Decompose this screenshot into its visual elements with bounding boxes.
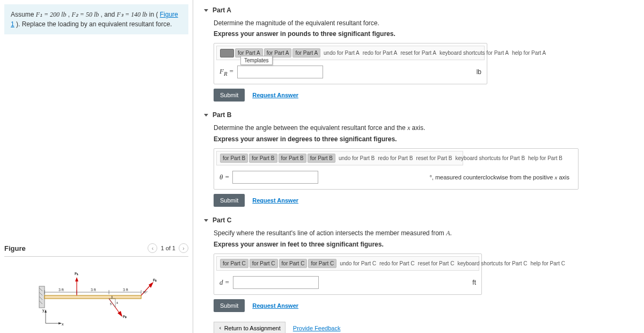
- part-b-request[interactable]: Request Answer: [252, 197, 298, 204]
- f2-val: F₂ = 50 lb: [71, 11, 99, 18]
- part-a-ks[interactable]: keyboard shortcuts for Part A: [440, 50, 509, 56]
- part-c-unit: ft: [472, 279, 476, 286]
- svg-text:3 ft: 3 ft: [91, 288, 96, 292]
- part-a-redo[interactable]: redo for Part A: [363, 50, 397, 56]
- part-a-tb-b3[interactable]: for Part A: [292, 48, 320, 57]
- figure-pager: ‹ 1 of 1 ›: [148, 243, 188, 253]
- part-c: Part C Specify where the resultant's lin…: [204, 216, 633, 312]
- part-a-help[interactable]: help for Part A: [512, 50, 546, 56]
- svg-marker-17: [75, 277, 78, 281]
- part-b-symbol: θ =: [219, 173, 229, 182]
- svg-text:F₁: F₁: [75, 272, 78, 276]
- problem-text-post: ). Replace the loading by an equivalent …: [16, 20, 172, 28]
- provide-feedback-link[interactable]: Provide Feedback: [293, 325, 341, 331]
- sep3: in (: [149, 11, 158, 18]
- svg-text:y: y: [42, 308, 45, 313]
- part-b-tb-b3[interactable]: for Part B: [279, 154, 306, 163]
- part-a-prompt: Determine the magnitude of the equivalen…: [214, 19, 633, 27]
- svg-text:30°: 30°: [143, 291, 148, 294]
- part-a-submit[interactable]: Submit: [214, 89, 245, 102]
- part-c-title: Part C: [213, 216, 231, 224]
- figure-next-button[interactable]: ›: [179, 243, 188, 253]
- figure-header: Figure ‹ 1 of 1 ›: [4, 240, 188, 257]
- figure-image: 3 ft 3 ft 3 ft F₁ F₂ 30° F₃: [4, 262, 188, 329]
- part-b-tb-b4[interactable]: for Part B: [308, 154, 335, 163]
- part-c-request[interactable]: Request Answer: [252, 302, 298, 309]
- beam-diagram-svg: 3 ft 3 ft 3 ft F₁ F₂ 30° F₃: [35, 267, 158, 327]
- svg-text:F₂: F₂: [153, 278, 157, 282]
- part-b-tb-b2[interactable]: for Part B: [249, 154, 277, 163]
- part-b-ks[interactable]: keyboard shortcuts for Part B: [456, 155, 525, 161]
- part-c-tb-b1[interactable]: for Part C: [220, 259, 248, 268]
- part-c-submit[interactable]: Submit: [214, 299, 245, 312]
- right-column: Part A Determine the magnitude of the eq…: [193, 0, 644, 333]
- return-label: Return to Assignment: [224, 325, 281, 331]
- part-b-tb-b1[interactable]: for Part B: [220, 154, 248, 163]
- svg-text:F₃: F₃: [123, 315, 127, 318]
- part-c-undo[interactable]: undo for Part C: [340, 260, 376, 266]
- part-b: Part B Determine the angle between the e…: [204, 111, 633, 207]
- part-a: Part A Determine the magnitude of the eq…: [204, 6, 633, 102]
- part-c-redo[interactable]: redo for Part C: [379, 260, 415, 266]
- part-b-instr: Express your answer in degrees to three …: [214, 135, 633, 143]
- f1-val: F₁ = 200 lb: [36, 11, 67, 18]
- svg-rect-5: [45, 295, 141, 299]
- part-c-ks[interactable]: keyboard shortcuts for Part C: [457, 260, 527, 266]
- part-a-unit: lb: [477, 68, 481, 76]
- part-c-symbol: d =: [219, 278, 230, 287]
- part-c-instr: Express your answer in feet to three sig…: [214, 241, 633, 248]
- part-a-undo[interactable]: undo for Part A: [324, 50, 360, 56]
- svg-marker-20: [149, 282, 153, 288]
- problem-statement: Assume F₁ = 200 lb , F₂ = 50 lb , and F₃…: [4, 4, 188, 34]
- svg-text:3: 3: [111, 295, 113, 299]
- svg-text:4: 4: [116, 301, 118, 305]
- part-b-input[interactable]: [232, 171, 318, 184]
- part-a-instr: Express your answer in pounds to three s…: [214, 30, 633, 38]
- part-b-redo[interactable]: redo for Part B: [378, 155, 413, 161]
- part-c-tb-b3[interactable]: for Part C: [279, 259, 308, 268]
- figure-prev-button[interactable]: ‹: [148, 243, 157, 253]
- footer-links: ‹ Return to Assignment Provide Feedback: [214, 322, 633, 333]
- part-a-symbol: FR =: [219, 67, 234, 77]
- templates-tooltip: Templates: [240, 56, 273, 65]
- page-container: Assume F₁ = 200 lb , F₂ = 50 lb , and F₃…: [0, 0, 644, 333]
- part-c-toggle[interactable]: [204, 219, 208, 222]
- part-b-help[interactable]: help for Part B: [528, 155, 562, 161]
- part-a-toolbar: for Part A Templates for Part A for Part…: [216, 46, 485, 60]
- part-b-title: Part B: [213, 111, 231, 119]
- part-c-toolbar: for Part C for Part C for Part C for Par…: [216, 256, 479, 271]
- part-b-toggle[interactable]: [204, 114, 208, 117]
- svg-text:5: 5: [110, 302, 112, 306]
- part-c-help[interactable]: help for Part C: [530, 260, 565, 266]
- svg-marker-33: [45, 309, 47, 313]
- part-a-input[interactable]: [237, 66, 323, 78]
- part-a-toggle[interactable]: [204, 9, 208, 12]
- part-a-reset[interactable]: reset for Part A: [400, 50, 436, 56]
- part-c-input[interactable]: [233, 276, 319, 289]
- part-b-reset[interactable]: reset for Part B: [416, 155, 452, 161]
- part-a-tb-selected[interactable]: [220, 49, 234, 57]
- left-column: Assume F₁ = 200 lb , F₂ = 50 lb , and F₃…: [0, 0, 193, 333]
- part-a-title: Part A: [213, 6, 231, 14]
- figure-section: Figure ‹ 1 of 1 ›: [4, 240, 188, 329]
- part-b-toolbar: for Part B for Part B for Part B for Par…: [216, 151, 463, 165]
- return-button[interactable]: ‹ Return to Assignment: [214, 322, 286, 333]
- part-b-hint: °, measured counterclockwise from the po…: [429, 174, 573, 180]
- svg-text:3 ft: 3 ft: [123, 288, 128, 292]
- part-c-tb-b4[interactable]: for Part C: [308, 259, 336, 268]
- figure-title: Figure: [4, 244, 26, 252]
- part-b-undo[interactable]: undo for Part B: [339, 155, 375, 161]
- part-c-prompt: Specify where the resultant's line of ac…: [214, 229, 633, 237]
- part-b-submit[interactable]: Submit: [214, 194, 245, 207]
- part-c-reset[interactable]: reset for Part C: [418, 260, 455, 266]
- part-b-prompt: Determine the angle between the equivale…: [214, 124, 633, 132]
- part-c-answer-frame: for Part C for Part C for Part C for Par…: [214, 254, 482, 295]
- f3-val: F₃ = 140 lb: [117, 11, 148, 18]
- figure-page-label: 1 of 1: [160, 245, 175, 251]
- part-b-answer-frame: for Part B for Part B for Part B for Par…: [214, 148, 579, 190]
- part-a-request[interactable]: Request Answer: [252, 92, 298, 98]
- problem-text: Assume: [11, 11, 36, 18]
- part-c-tb-b2[interactable]: for Part C: [250, 259, 278, 268]
- part-a-answer-frame: for Part A Templates for Part A for Part…: [214, 43, 487, 84]
- chevron-left-icon: ‹: [218, 324, 222, 331]
